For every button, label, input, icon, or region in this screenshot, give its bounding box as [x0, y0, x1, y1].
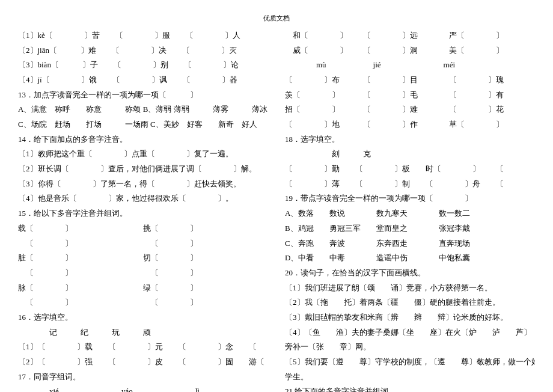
text-line: C、场院 赶场 打场 一场雨 C、美妙 好客 新奇 好人 [18, 117, 268, 132]
text-line: 脉〔 〕 绿〔 〕 [18, 281, 268, 296]
text-line: 〔3〕你得〔 〕了第一名，得〔 〕赶快去领奖。 [18, 177, 268, 192]
text-line: 和〔 〕 〔 〕远 严〔 〕 [285, 28, 535, 43]
question-21: 21.给下面的多音字注音并组词。 [285, 384, 535, 392]
question-16: 16．选字填空。 [18, 310, 268, 325]
question-13: 13．加点字读音完全一样的一项为哪一项〔 〕 [18, 88, 268, 103]
text-line: 〔2〕jiān〔 〕难 〔 〕决 〔 〕灭 [18, 43, 268, 58]
question-19: 19．带点字读音完全一样的一项为哪一项〔 〕 [285, 191, 535, 206]
text-line: 〔 〕 〔 〕 [18, 295, 268, 310]
text-line: 〔1〕〔 〕载 〔 〕元 〔 〕念 〔 〕叙 [18, 340, 268, 355]
text-line: 〔1〕kè〔 〕苦 〔 〕服 〔 〕人 [18, 28, 268, 43]
text-line: 〔 〕布 〔 〕目 〔 〕瑰 [285, 73, 535, 88]
question-15: 15．给以下多音字注音并组词。 [18, 206, 268, 221]
text-line: D、中看 中毒 造谣中伤 中饱私囊 [285, 251, 535, 266]
text-line: 〔4〕他是音乐〔 〕家，他过得很欢乐〔 〕。 [18, 191, 268, 206]
question-18: 18．选字填空。 [285, 132, 535, 147]
text-line: 〔4〕jī〔 〕饿 〔 〕讽 〔 〕器 [18, 73, 268, 88]
text-line: 〔3〕戴旧毡帽的挚友和米商〔辨 辫 辩〕论米质的好坏。 [285, 310, 535, 325]
text-line: 记 纪 玩 顽 [18, 325, 268, 340]
left-column: 〔1〕kè〔 〕苦 〔 〕服 〔 〕人 〔2〕jiān〔 〕难 〔 〕决 〔 〕… [18, 28, 268, 392]
text-line: 〔 〕 〔 〕 [18, 266, 268, 281]
text-line: B、鸡冠 勇冠三军 堂而皇之 张冠李戴 [285, 221, 535, 236]
two-column-layout: 〔1〕kè〔 〕苦 〔 〕服 〔 〕人 〔2〕jiān〔 〕难 〔 〕决 〔 〕… [18, 28, 535, 392]
text-line: 〔2〕我〔拖 托〕着两条〔疆 僵〕硬的腿接着往前走。 [285, 295, 535, 310]
text-line: 〔5〕我们要〔遵 尊〕守学校的制度，〔遵 尊〕敬教师，做一个好 [285, 355, 535, 370]
text-line: 旁补一〔张 章〕网。 [285, 340, 535, 355]
text-line: 〔2〕〔 〕强 〔 〕皮 〔 〕固 游〔 〕 [18, 355, 268, 370]
text-line: 招〔 〕 〔 〕难 〔 〕花 [285, 102, 535, 117]
text-line: 〔4〕〔鱼 渔〕夫的妻子桑娜〔坐 座〕在火〔炉 泸 芦〕 [285, 325, 535, 340]
page-header: 优质文档 [18, 12, 535, 25]
text-line: 〔1〕我们班进展了朗〔颂 诵〕竞赛，小方获得第一名。 [285, 281, 535, 296]
text-line: xié yáo lì [18, 384, 268, 392]
text-line: A、数落 数说 数九寒天 数一数二 [285, 206, 535, 221]
text-line: 脏〔 〕 切〔 〕 [18, 251, 268, 266]
text-line: 〔 〕勤 〔 〕板 时〔 〕 〔 〕苦 [285, 162, 535, 177]
text-line: 威〔 〕 〔 〕洞 美〔 〕 [285, 43, 535, 58]
text-line: 羡〔 〕 〔 〕毛 〔 〕有 [285, 88, 535, 103]
text-line: 〔2〕班长调〔 〕查后，对他们俩进展了调〔 〕解。 [18, 162, 268, 177]
text-line: 〔 〕薄 〔 〕制 〔 〕舟 〔 〕服 [285, 177, 535, 192]
question-20: 20．读句子，在恰当的汉字下面画横线。 [285, 266, 535, 281]
text-line: A、满意 称呼 称意 称颂 B、薄弱 薄弱 薄雾 薄冰 [18, 102, 268, 117]
text-line: 载〔 〕 挑〔 〕 [18, 221, 268, 236]
right-column: 和〔 〕 〔 〕远 严〔 〕 威〔 〕 〔 〕洞 美〔 〕 mù jié méi… [285, 28, 535, 392]
text-line: 〔 〕 〔 〕 [18, 236, 268, 251]
text-line: C、奔跑 奔波 东奔西走 直奔现场 [285, 236, 535, 251]
question-14: 14．给下面加点的多音字注音。 [18, 132, 268, 147]
text-line: mù jié méi [285, 58, 535, 73]
text-line: 〔1〕教师把这个重〔 〕点重〔 〕复了一遍。 [18, 147, 268, 162]
text-line: 〔3〕biàn〔 〕子 〔 〕别 〔 〕论 [18, 58, 268, 73]
text-line: 刻 克 [285, 147, 535, 162]
text-line: 〔 〕地 〔 〕作 草〔 〕 [285, 117, 535, 132]
text-line: 学生。 [285, 370, 535, 385]
question-17: 17．同音字组词。 [18, 370, 268, 385]
